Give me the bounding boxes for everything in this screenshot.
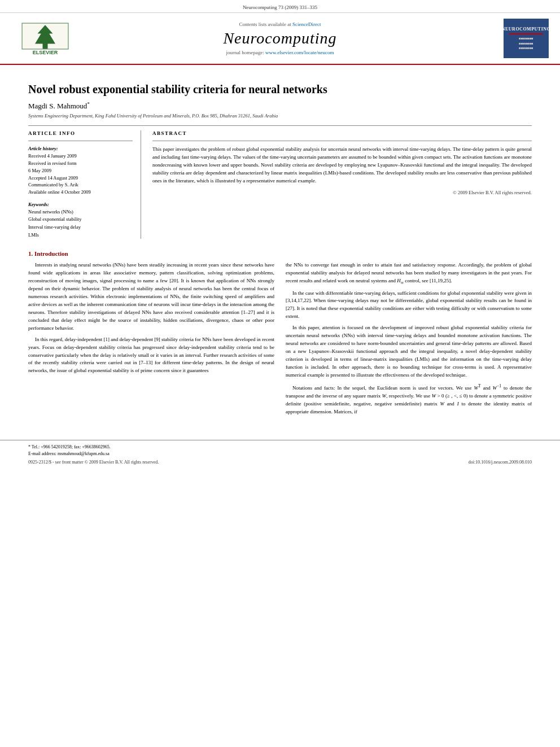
affiliation: Systems Engineering Department, King Fah… [28, 113, 532, 119]
article-info-col: ARTICLE INFO Article history: Received 4… [28, 130, 141, 239]
copyright-line: © 2009 Elsevier B.V. All rights reserved… [152, 190, 532, 195]
journal-thumbnail: NEUROCOMPUTING ■■■■■■■ ■■■■■■■ ■■■■■■■ [504, 19, 549, 58]
journal-banner: ELSEVIER Contents lists available at Sci… [0, 13, 560, 65]
intro-text-right: the NNs to converge fast enough in order… [286, 261, 532, 416]
article-info-abstract: ARTICLE INFO Article history: Received 4… [28, 130, 532, 239]
abstract-col: ABSTRACT This paper investigates the pro… [152, 130, 532, 239]
footer-bottom: 0925-2312/$ - see front matter © 2009 El… [28, 460, 532, 465]
footer-doi: doi:10.1016/j.neucom.2009.08.010 [469, 460, 532, 465]
footnote2: E-mail address: msmahmoud@kfupm.edu.sa [28, 451, 532, 457]
contents-text: Contents lists available at [239, 21, 291, 27]
elsevier-logo-icon: ELSEVIER [20, 21, 71, 56]
main-content: Novel robust exponential stability crite… [0, 65, 560, 431]
sciencedirect-line: Contents lists available at ScienceDirec… [79, 21, 481, 27]
intro-body: Interests in studying neural networks (N… [28, 261, 532, 419]
footer-left-text: 0925-2312/$ - see front matter © 2009 El… [28, 460, 159, 465]
article-history-text: Received 4 January 2009 Received in revi… [28, 152, 133, 196]
divider-top [28, 125, 532, 126]
footnote1: * Tel.: +966 542019258; fax: +9663860296… [28, 444, 532, 451]
footer: * Tel.: +966 542019258; fax: +9663860296… [0, 440, 560, 465]
abstract-text: This paper investigates the problem of r… [152, 146, 532, 185]
abstract-label: ABSTRACT [152, 130, 532, 136]
article-info-label: ARTICLE INFO [28, 130, 133, 136]
homepage-label: journal homepage: [226, 50, 264, 55]
citation-text: Neurocomputing 73 (2009) 331–335 [243, 5, 317, 10]
intro-text-left: Interests in studying neural networks (N… [28, 261, 274, 375]
section-title: 1. Introduction [28, 250, 532, 257]
divider-abstract [152, 141, 532, 141]
divider-info [28, 141, 133, 141]
elsevier-logo-area: ELSEVIER [11, 21, 79, 56]
journal-citation: Neurocomputing 73 (2009) 331–335 [0, 0, 560, 13]
introduction-section: 1. Introduction Interests in studying ne… [28, 250, 532, 419]
keywords-label: Keywords: [28, 202, 133, 207]
journal-homepage-line: journal homepage: www.elsevier.com/locat… [79, 50, 481, 55]
article-history-label: Article history: [28, 146, 133, 151]
journal-thumbnail-area: NEUROCOMPUTING ■■■■■■■ ■■■■■■■ ■■■■■■■ [481, 19, 549, 58]
journal-name-area: Contents lists available at ScienceDirec… [79, 21, 481, 55]
homepage-link[interactable]: www.elsevier.com/locate/neucom [265, 50, 334, 55]
keywords-list: Neural networks (NNs) Global exponential… [28, 208, 133, 239]
page: Neurocomputing 73 (2009) 331–335 ELSEVIE… [0, 0, 560, 747]
journal-name-text: Neurocomputing [79, 29, 481, 47]
article-title: Novel robust exponential stability crite… [28, 82, 532, 97]
thumb-title: NEUROCOMPUTING [502, 27, 551, 32]
intro-col-left: Interests in studying neural networks (N… [28, 261, 274, 419]
intro-col-right: the NNs to converge fast enough in order… [286, 261, 532, 419]
sciencedirect-link[interactable]: ScienceDirect [292, 21, 321, 27]
svg-text:ELSEVIER: ELSEVIER [33, 49, 58, 55]
author-name: Magdi S. Mahmoud* [28, 101, 532, 111]
